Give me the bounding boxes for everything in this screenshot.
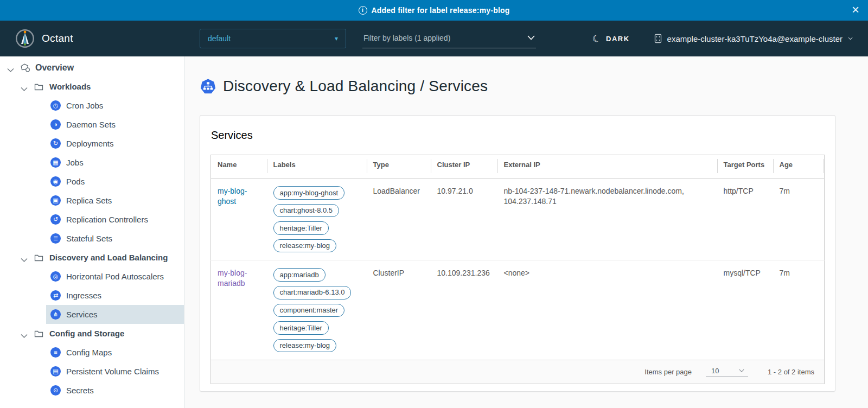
sidebar-item-workloads[interactable]: Workloads (0, 77, 184, 96)
notification-message: Added filter for label release:my-blog (372, 6, 510, 15)
sidebar-item-label: Cron Jobs (66, 101, 103, 110)
items-per-page-label: Items per page (644, 368, 692, 376)
close-icon[interactable]: × (852, 2, 859, 18)
age: 7m (773, 260, 825, 360)
app-title: Octant (42, 33, 73, 44)
sidebar-item-pods[interactable]: ◉ Pods (46, 172, 184, 191)
column-header-type[interactable]: Type (367, 155, 431, 178)
cluster-ip: 10.97.21.0 (431, 178, 497, 260)
external-ip: <none> (497, 260, 717, 360)
label-chip[interactable]: chart:mariadb-6.13.0 (273, 286, 352, 299)
target-ports: http/TCP (717, 178, 773, 260)
brand: Octant (15, 29, 184, 48)
external-ip: nb-104-237-148-71.newark.nodebalancer.li… (497, 178, 717, 260)
page-size-select[interactable]: 10 (706, 367, 748, 377)
namespace-select[interactable]: default ▾ (200, 29, 346, 48)
sidebar-item-secrets[interactable]: ⊙ Secrets (46, 381, 184, 400)
label-chip[interactable]: component:master (273, 304, 345, 317)
label-chip[interactable]: app:my-blog-ghost (273, 186, 345, 200)
app-header: Octant default ▾ Filter by labels (1 app… (0, 21, 868, 56)
main-content: Discovery & Load Balancing / Services Se… (184, 56, 868, 408)
sidebar-item-stateful-sets[interactable]: ≣ Stateful Sets (46, 229, 184, 248)
column-header-age[interactable]: Age (773, 155, 825, 178)
replica-sets-icon: ▣ (50, 195, 61, 206)
label-filter-dropdown[interactable]: Filter by labels (1 applied) (362, 29, 536, 48)
label-chip[interactable]: app:mariadb (273, 268, 326, 282)
pods-icon: ◉ (50, 176, 61, 187)
sidebar-item-label: Stateful Sets (66, 234, 112, 243)
service-name-link[interactable]: my-blog-ghost (218, 187, 247, 206)
sidebar-item-config-and-storage[interactable]: Config and Storage (0, 324, 184, 343)
sidebar-item-daemon-sets[interactable]: ◑ Daemon Sets (46, 115, 184, 134)
chevron-down-icon[interactable] (21, 84, 28, 90)
column-header-target-ports[interactable]: Target Ports (717, 155, 773, 178)
sidebar-item-ingresses[interactable]: ⇄ Ingresses (46, 286, 184, 305)
sidebar-item-label: Daemon Sets (66, 120, 116, 129)
dark-theme-toggle[interactable]: ☾ DARK (592, 33, 629, 44)
chevron-down-icon[interactable] (21, 331, 28, 336)
sidebar-item-label: Replication Controllers (66, 215, 148, 224)
cron-jobs-icon: ◷ (50, 100, 61, 111)
sidebar-item-persistent-volume-claims[interactable]: ▤ Persistent Volume Claims (46, 362, 184, 381)
sidebar-item-discovery-and-load-balancing[interactable]: Discovery and Load Balancing (0, 248, 184, 267)
label-chip[interactable]: release:my-blog (273, 339, 337, 353)
chevron-down-icon (848, 36, 853, 40)
age: 7m (773, 178, 825, 260)
sidebar-item-replica-sets[interactable]: ▣ Replica Sets (46, 191, 184, 210)
octant-logo-icon (15, 29, 35, 48)
page-size-value: 10 (711, 367, 719, 375)
applications-icon (21, 63, 30, 72)
chevron-down-icon[interactable] (7, 65, 15, 71)
label-chip[interactable]: release:my-blog (273, 239, 337, 253)
config-maps-icon: ≡ (50, 347, 61, 358)
service-heptagon-icon (200, 78, 216, 95)
chevron-down-icon[interactable] (21, 255, 28, 260)
sidebar-item-label: Discovery and Load Balancing (49, 253, 168, 262)
sidebar-item-label: Services (66, 310, 98, 319)
cluster-name: example-cluster-ka3TuTzYo4a@example-clus… (667, 34, 843, 43)
pagination-range: 1 - 2 of 2 items (768, 368, 814, 376)
table-row: my-blog-mariadb app:mariadb chart:mariad… (211, 260, 825, 360)
column-header-external-ip[interactable]: External IP (497, 155, 717, 178)
folder-icon (34, 83, 43, 91)
sidebar-item-jobs[interactable]: ▦ Jobs (46, 153, 184, 172)
chevron-down-icon (527, 35, 534, 40)
sidebar-item-label: Replica Sets (66, 196, 112, 205)
sidebar-item-services[interactable]: ⋔ Services (46, 305, 184, 324)
label-chip[interactable]: heritage:Tiller (273, 221, 329, 235)
stateful-sets-icon: ≣ (50, 233, 61, 244)
sidebar-item-label: Ingresses (66, 291, 101, 300)
label-chip[interactable]: heritage:Tiller (273, 321, 329, 335)
horizontal-pod-autoscalers-icon: ◎ (50, 271, 61, 282)
replication-controllers-icon: ↺ (50, 214, 61, 225)
sidebar-item-label: Jobs (66, 158, 84, 167)
page-title: Discovery & Load Balancing / Services (223, 78, 488, 95)
table-header-row: Name Labels Type Cluster IP External IP … (211, 155, 825, 178)
theme-toggle-label: DARK (606, 35, 630, 43)
services-icon: ⋔ (50, 309, 61, 320)
sidebar-item-config-maps[interactable]: ≡ Config Maps (46, 343, 184, 362)
label-chip[interactable]: chart:ghost-8.0.5 (273, 204, 340, 218)
sidebar: Overview Workloads ◷ Cron Jobs ◑ Daemon … (0, 56, 184, 408)
service-type: LoadBalancer (367, 178, 431, 260)
column-header-cluster-ip[interactable]: Cluster IP (431, 155, 497, 178)
persistent-volume-claims-icon: ▤ (50, 366, 61, 377)
moon-icon: ☾ (591, 32, 603, 46)
cluster-selector[interactable]: example-cluster-ka3TuTzYo4a@example-clus… (654, 34, 854, 43)
service-name-link[interactable]: my-blog-mariadb (218, 269, 247, 288)
services-card: Services Name Labels Type Cluster IP Ext… (200, 115, 835, 392)
sidebar-item-label: Config and Storage (49, 329, 124, 338)
sidebar-item-cron-jobs[interactable]: ◷ Cron Jobs (46, 96, 184, 115)
sidebar-item-deployments[interactable]: ↻ Deployments (46, 134, 184, 153)
sidebar-item-replication-controllers[interactable]: ↺ Replication Controllers (46, 210, 184, 229)
column-header-labels[interactable]: Labels (267, 155, 367, 178)
sidebar-item-label: Horizontal Pod Autoscalers (66, 272, 164, 281)
sidebar-item-label: Secrets (66, 386, 94, 395)
secrets-icon: ⊙ (50, 385, 61, 396)
daemon-sets-icon: ◑ (50, 119, 61, 130)
cluster-ip: 10.109.231.236 (431, 260, 497, 360)
column-header-name[interactable]: Name (211, 155, 267, 178)
sidebar-item-horizontal-pod-autoscalers[interactable]: ◎ Horizontal Pod Autoscalers (46, 267, 184, 286)
label-filter-text: Filter by labels (1 applied) (363, 34, 450, 42)
sidebar-item-overview[interactable]: Overview (0, 58, 184, 77)
